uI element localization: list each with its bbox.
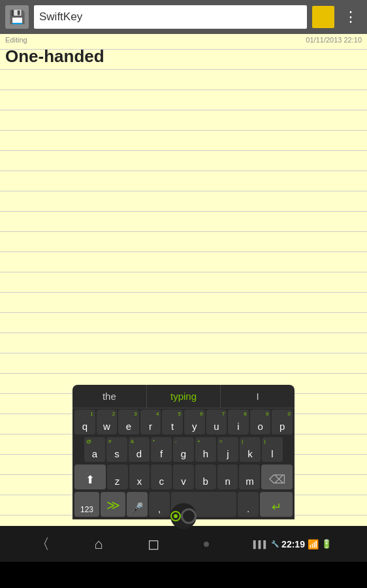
key-u[interactable]: 7u [206, 410, 227, 434]
autocomplete-bar: the typing I [72, 385, 295, 408]
note-color-button[interactable] [312, 6, 334, 28]
network-icon: 🔧 [271, 540, 279, 547]
autocomplete-center[interactable]: typing [147, 385, 221, 408]
time-display: 22:19 [281, 539, 305, 549]
key-y[interactable]: 6y [184, 410, 205, 434]
period-key[interactable]: . [238, 492, 259, 517]
note-title-display: One-handed [0, 44, 367, 71]
key-v[interactable]: v [173, 465, 194, 489]
key-g[interactable]: -g [173, 437, 194, 462]
keyboard: the typing I 1q 2w 3e 4r 5t 6y 7u 8i 9o … [72, 385, 295, 519]
signal-icon: ▌▌▌ [253, 540, 268, 548]
comma-key[interactable]: , [149, 492, 170, 517]
backspace-key[interactable]: ⌫ [261, 465, 293, 489]
key-z[interactable]: z [107, 465, 128, 489]
key-q[interactable]: 1q [74, 410, 95, 434]
key-row-2: @a #s &d *f -g +h =j (k )l [72, 436, 295, 463]
navigation-bar: 〈 ⌂ ◻ ▌▌▌ 🔧 22:19 📶 🔋 [0, 526, 367, 562]
key-x[interactable]: x [129, 465, 150, 489]
note-datetime: 01/11/2013 22:10 [306, 36, 362, 44]
key-a[interactable]: @a [84, 437, 105, 462]
key-l[interactable]: )l [262, 437, 283, 462]
save-button[interactable]: 💾 [5, 5, 29, 29]
note-meta: Editing 01/11/2013 22:10 [0, 34, 367, 44]
key-j[interactable]: =j [217, 437, 238, 462]
autocomplete-right[interactable]: I [221, 385, 295, 408]
key-m[interactable]: m [239, 465, 260, 489]
key-w[interactable]: 2w [97, 410, 118, 434]
key-b[interactable]: b [195, 465, 216, 489]
key-n[interactable]: n [217, 465, 238, 489]
keyboard-resize-handle[interactable] [170, 503, 197, 529]
back-button[interactable]: 〈 [35, 534, 50, 554]
swiftkey-logo-key[interactable]: ≫ [101, 492, 125, 517]
key-s[interactable]: #s [106, 437, 127, 462]
status-icons: ▌▌▌ 🔧 22:19 📶 🔋 [253, 539, 332, 549]
microphone-key[interactable]: 🎤 [127, 492, 148, 517]
key-row-3: ⬆ z x c v b n m ⌫ [72, 463, 295, 491]
autocomplete-left[interactable]: the [72, 385, 147, 408]
numbers-key[interactable]: 123 [74, 492, 99, 517]
key-r[interactable]: 4r [140, 410, 161, 434]
key-f[interactable]: *f [151, 437, 172, 462]
save-icon: 💾 [9, 9, 25, 25]
key-h[interactable]: +h [195, 437, 216, 462]
overflow-menu-button[interactable]: ⋮ [340, 6, 362, 28]
recents-button[interactable]: ◻ [148, 536, 159, 553]
shift-key[interactable]: ⬆ [74, 465, 106, 489]
key-i[interactable]: 8i [228, 410, 249, 434]
key-t[interactable]: 5t [162, 410, 183, 434]
note-title-input[interactable] [34, 5, 307, 29]
home-button[interactable]: ⌂ [94, 536, 103, 553]
note-area: Editing 01/11/2013 22:10 One-handed the … [0, 34, 367, 562]
key-d[interactable]: &d [129, 437, 150, 462]
key-p[interactable]: 0p [272, 410, 293, 434]
nav-dot-indicator [204, 542, 209, 547]
editing-label: Editing [5, 36, 27, 44]
wifi-icon: 📶 [308, 539, 319, 549]
key-c[interactable]: c [151, 465, 172, 489]
battery-display: 🔋 [321, 539, 332, 549]
key-k[interactable]: (k [240, 437, 261, 462]
key-o[interactable]: 9o [250, 410, 271, 434]
enter-key[interactable]: ↵ [260, 492, 293, 517]
key-e[interactable]: 3e [118, 410, 139, 434]
key-row-1: 1q 2w 3e 4r 5t 6y 7u 8i 9o 0p [72, 408, 295, 436]
app-bar: 💾 ⋮ [0, 0, 367, 34]
